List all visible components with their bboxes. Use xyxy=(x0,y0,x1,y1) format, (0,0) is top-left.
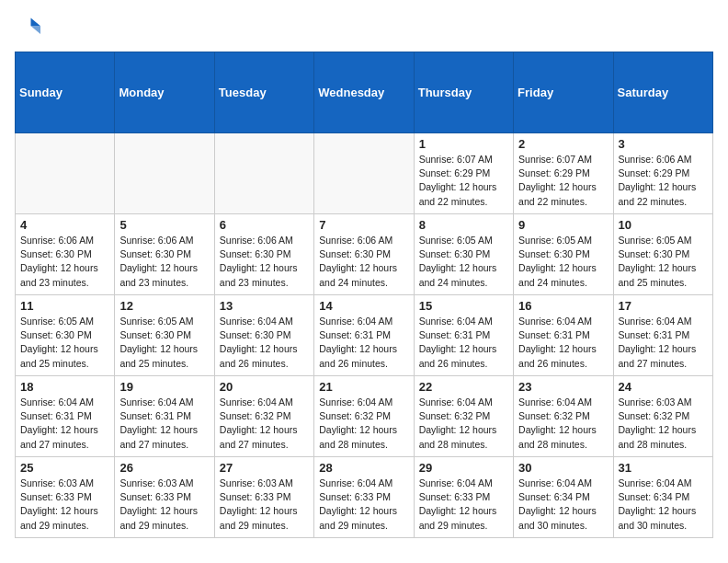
day-number: 4 xyxy=(20,218,109,232)
calendar-cell: 16Sunrise: 6:04 AM Sunset: 6:31 PM Dayli… xyxy=(514,295,613,376)
calendar-cell: 14Sunrise: 6:04 AM Sunset: 6:31 PM Dayli… xyxy=(314,295,414,376)
calendar-cell: 24Sunrise: 6:03 AM Sunset: 6:32 PM Dayli… xyxy=(613,376,712,457)
day-number: 25 xyxy=(20,461,109,475)
calendar-cell: 15Sunrise: 6:04 AM Sunset: 6:31 PM Dayli… xyxy=(414,295,513,376)
calendar-cell: 17Sunrise: 6:04 AM Sunset: 6:31 PM Dayli… xyxy=(613,295,712,376)
day-number: 12 xyxy=(119,299,209,313)
week-row-5: 25Sunrise: 6:03 AM Sunset: 6:33 PM Dayli… xyxy=(16,457,713,538)
day-number: 5 xyxy=(119,218,209,232)
calendar-cell: 22Sunrise: 6:04 AM Sunset: 6:32 PM Dayli… xyxy=(414,376,513,457)
day-info: Sunrise: 6:04 AM Sunset: 6:31 PM Dayligh… xyxy=(419,315,508,371)
calendar-cell: 26Sunrise: 6:03 AM Sunset: 6:33 PM Dayli… xyxy=(115,457,214,538)
day-number: 23 xyxy=(518,380,608,394)
day-number: 31 xyxy=(619,461,708,475)
day-number: 22 xyxy=(419,380,508,394)
day-info: Sunrise: 6:07 AM Sunset: 6:29 PM Dayligh… xyxy=(419,153,508,209)
calendar-cell: 12Sunrise: 6:05 AM Sunset: 6:30 PM Dayli… xyxy=(115,295,214,376)
day-number: 27 xyxy=(220,461,309,475)
day-info: Sunrise: 6:06 AM Sunset: 6:30 PM Dayligh… xyxy=(319,234,408,290)
day-info: Sunrise: 6:07 AM Sunset: 6:29 PM Dayligh… xyxy=(518,153,608,209)
day-info: Sunrise: 6:04 AM Sunset: 6:33 PM Dayligh… xyxy=(319,477,408,533)
day-number: 20 xyxy=(220,380,309,394)
day-number: 7 xyxy=(319,218,408,232)
day-number: 6 xyxy=(220,218,309,232)
day-info: Sunrise: 6:04 AM Sunset: 6:32 PM Dayligh… xyxy=(220,396,309,452)
day-number: 24 xyxy=(619,380,708,394)
calendar-cell: 13Sunrise: 6:04 AM Sunset: 6:30 PM Dayli… xyxy=(214,295,313,376)
calendar-cell xyxy=(115,133,214,214)
calendar-cell: 10Sunrise: 6:05 AM Sunset: 6:30 PM Dayli… xyxy=(613,214,712,295)
calendar-cell: 18Sunrise: 6:04 AM Sunset: 6:31 PM Dayli… xyxy=(16,376,115,457)
day-number: 8 xyxy=(419,218,508,232)
day-info: Sunrise: 6:06 AM Sunset: 6:30 PM Dayligh… xyxy=(20,234,109,290)
calendar-cell: 29Sunrise: 6:04 AM Sunset: 6:33 PM Dayli… xyxy=(414,457,513,538)
day-info: Sunrise: 6:05 AM Sunset: 6:30 PM Dayligh… xyxy=(20,315,109,371)
day-number: 30 xyxy=(518,461,608,475)
day-info: Sunrise: 6:06 AM Sunset: 6:30 PM Dayligh… xyxy=(119,234,209,290)
calendar-cell: 4Sunrise: 6:06 AM Sunset: 6:30 PM Daylig… xyxy=(16,214,115,295)
logo xyxy=(15,15,44,40)
calendar-cell: 11Sunrise: 6:05 AM Sunset: 6:30 PM Dayli… xyxy=(16,295,115,376)
day-info: Sunrise: 6:04 AM Sunset: 6:31 PM Dayligh… xyxy=(319,315,408,371)
day-header-saturday: Saturday xyxy=(613,52,712,133)
svg-marker-1 xyxy=(31,26,41,34)
day-number: 13 xyxy=(220,299,309,313)
day-info: Sunrise: 6:04 AM Sunset: 6:33 PM Dayligh… xyxy=(419,477,508,533)
calendar-cell: 25Sunrise: 6:03 AM Sunset: 6:33 PM Dayli… xyxy=(16,457,115,538)
calendar-cell xyxy=(214,133,313,214)
day-info: Sunrise: 6:04 AM Sunset: 6:34 PM Dayligh… xyxy=(518,477,608,533)
day-number: 11 xyxy=(20,299,109,313)
day-info: Sunrise: 6:03 AM Sunset: 6:33 PM Dayligh… xyxy=(119,477,209,533)
day-info: Sunrise: 6:06 AM Sunset: 6:29 PM Dayligh… xyxy=(619,153,708,209)
calendar-cell: 5Sunrise: 6:06 AM Sunset: 6:30 PM Daylig… xyxy=(115,214,214,295)
day-info: Sunrise: 6:04 AM Sunset: 6:30 PM Dayligh… xyxy=(220,315,309,371)
day-header-sunday: Sunday xyxy=(16,52,115,133)
day-info: Sunrise: 6:06 AM Sunset: 6:30 PM Dayligh… xyxy=(220,234,309,290)
calendar-cell: 6Sunrise: 6:06 AM Sunset: 6:30 PM Daylig… xyxy=(214,214,313,295)
day-info: Sunrise: 6:03 AM Sunset: 6:33 PM Dayligh… xyxy=(220,477,309,533)
day-header-tuesday: Tuesday xyxy=(214,52,313,133)
calendar-header-row: SundayMondayTuesdayWednesdayThursdayFrid… xyxy=(16,52,713,133)
calendar-cell: 8Sunrise: 6:05 AM Sunset: 6:30 PM Daylig… xyxy=(414,214,513,295)
day-header-friday: Friday xyxy=(514,52,613,133)
day-info: Sunrise: 6:04 AM Sunset: 6:31 PM Dayligh… xyxy=(619,315,708,371)
week-row-3: 11Sunrise: 6:05 AM Sunset: 6:30 PM Dayli… xyxy=(16,295,713,376)
calendar-cell: 28Sunrise: 6:04 AM Sunset: 6:33 PM Dayli… xyxy=(314,457,414,538)
day-number: 10 xyxy=(619,218,708,232)
day-info: Sunrise: 6:04 AM Sunset: 6:32 PM Dayligh… xyxy=(419,396,508,452)
day-info: Sunrise: 6:05 AM Sunset: 6:30 PM Dayligh… xyxy=(119,315,209,371)
day-number: 14 xyxy=(319,299,408,313)
day-number: 9 xyxy=(518,218,608,232)
week-row-2: 4Sunrise: 6:06 AM Sunset: 6:30 PM Daylig… xyxy=(16,214,713,295)
calendar-cell: 1Sunrise: 6:07 AM Sunset: 6:29 PM Daylig… xyxy=(414,133,513,214)
logo-icon xyxy=(15,15,40,40)
day-info: Sunrise: 6:05 AM Sunset: 6:30 PM Dayligh… xyxy=(518,234,608,290)
day-header-thursday: Thursday xyxy=(414,52,513,133)
day-number: 17 xyxy=(619,299,708,313)
calendar-cell xyxy=(314,133,414,214)
day-number: 16 xyxy=(518,299,608,313)
calendar-cell: 3Sunrise: 6:06 AM Sunset: 6:29 PM Daylig… xyxy=(613,133,712,214)
day-header-wednesday: Wednesday xyxy=(314,52,414,133)
day-info: Sunrise: 6:04 AM Sunset: 6:32 PM Dayligh… xyxy=(319,396,408,452)
week-row-1: 1Sunrise: 6:07 AM Sunset: 6:29 PM Daylig… xyxy=(16,133,713,214)
day-number: 2 xyxy=(518,137,608,151)
day-number: 28 xyxy=(319,461,408,475)
day-info: Sunrise: 6:04 AM Sunset: 6:31 PM Dayligh… xyxy=(518,315,608,371)
day-info: Sunrise: 6:04 AM Sunset: 6:32 PM Dayligh… xyxy=(518,396,608,452)
calendar-cell: 23Sunrise: 6:04 AM Sunset: 6:32 PM Dayli… xyxy=(514,376,613,457)
week-row-4: 18Sunrise: 6:04 AM Sunset: 6:31 PM Dayli… xyxy=(16,376,713,457)
day-info: Sunrise: 6:05 AM Sunset: 6:30 PM Dayligh… xyxy=(619,234,708,290)
calendar-cell: 20Sunrise: 6:04 AM Sunset: 6:32 PM Dayli… xyxy=(214,376,313,457)
calendar-table: SundayMondayTuesdayWednesdayThursdayFrid… xyxy=(15,52,713,538)
day-number: 18 xyxy=(20,380,109,394)
day-header-monday: Monday xyxy=(115,52,214,133)
calendar-cell xyxy=(16,133,115,214)
day-number: 19 xyxy=(119,380,209,394)
day-info: Sunrise: 6:04 AM Sunset: 6:31 PM Dayligh… xyxy=(20,396,109,452)
day-number: 29 xyxy=(419,461,508,475)
calendar-cell: 27Sunrise: 6:03 AM Sunset: 6:33 PM Dayli… xyxy=(214,457,313,538)
day-number: 3 xyxy=(619,137,708,151)
day-info: Sunrise: 6:03 AM Sunset: 6:33 PM Dayligh… xyxy=(20,477,109,533)
svg-marker-0 xyxy=(31,18,41,27)
